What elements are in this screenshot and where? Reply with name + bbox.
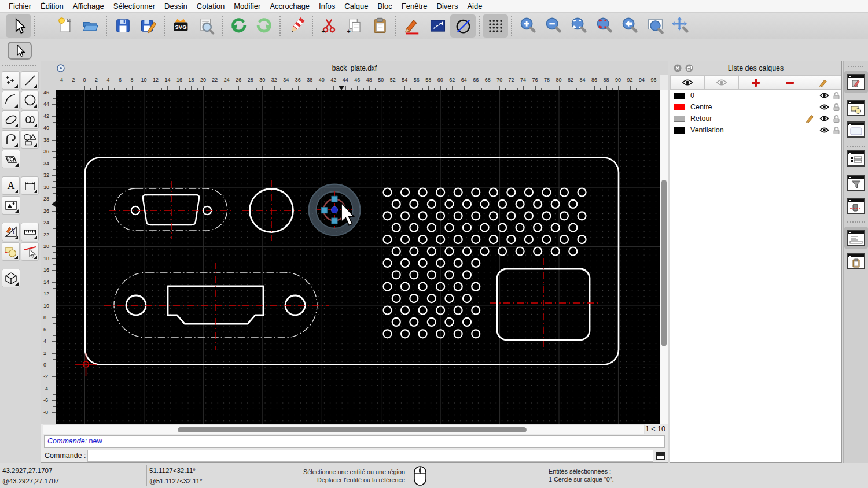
dock-library-button[interactable]	[847, 74, 865, 90]
modify-tool[interactable]	[2, 242, 20, 261]
polygon-tool[interactable]	[21, 130, 39, 149]
print-preview-button[interactable]	[193, 14, 219, 38]
text-tool[interactable]: A	[2, 176, 20, 195]
menu-sélectionner[interactable]: Sélectionner	[109, 2, 160, 10]
dock-grip[interactable]	[848, 66, 863, 67]
image-tool[interactable]	[2, 196, 20, 215]
lock-icon[interactable]	[833, 91, 840, 100]
open-file-button[interactable]	[78, 14, 103, 38]
layer-row-retour[interactable]: Retour	[670, 113, 841, 124]
zoom-selected-button[interactable]	[591, 14, 617, 38]
delete-button[interactable]	[284, 14, 309, 38]
dock-clipboard-button[interactable]	[847, 253, 865, 269]
layer-panel-title: Liste des calques	[728, 64, 784, 72]
menu-divers[interactable]: Divers	[432, 2, 463, 10]
vertical-scrollbar-thumb[interactable]	[661, 180, 667, 346]
hide-all-layers-button[interactable]	[705, 75, 739, 90]
zoom-auto-button[interactable]	[566, 14, 591, 38]
save-as-button[interactable]	[135, 14, 161, 38]
ruler-tool[interactable]	[21, 223, 39, 241]
polyline-tool[interactable]	[2, 130, 20, 149]
zoom-pan-button[interactable]	[668, 14, 693, 38]
v-ruler-marker	[52, 201, 56, 207]
zoom-in-button[interactable]	[515, 14, 540, 38]
redo-button[interactable]	[251, 14, 277, 38]
order-button[interactable]	[425, 14, 450, 38]
spline-tool[interactable]	[21, 110, 39, 129]
lock-icon[interactable]	[833, 126, 840, 135]
eye-icon[interactable]	[819, 127, 829, 134]
undo-button[interactable]	[226, 14, 251, 38]
svg-export-button[interactable]: SVG	[168, 14, 193, 38]
clipboard-window-icon	[847, 253, 865, 269]
save-button[interactable]	[110, 14, 135, 38]
remove-layer-button[interactable]	[773, 75, 807, 90]
lock-icon[interactable]	[833, 114, 840, 123]
menu-calque[interactable]: Calque	[340, 2, 373, 10]
ellipse-tool[interactable]	[2, 110, 20, 129]
menu-accrochage[interactable]: Accrochage	[265, 2, 314, 10]
line-tool[interactable]	[21, 71, 39, 90]
layer-row-centre[interactable]: Centre	[670, 101, 841, 113]
circle-tool[interactable]	[21, 91, 39, 109]
eye-icon[interactable]	[819, 115, 829, 122]
lock-icon[interactable]	[833, 103, 840, 112]
palette-grip[interactable]	[2, 65, 36, 66]
dock-filter-button[interactable]	[847, 175, 865, 191]
ventilation-holes[interactable]	[384, 188, 586, 338]
hatch-tool[interactable]	[2, 150, 20, 168]
dock-layer-list-button[interactable]	[847, 150, 865, 167]
dock-pen-wall-button[interactable]	[847, 198, 865, 214]
show-all-layers-button[interactable]	[670, 75, 705, 90]
menu-infos[interactable]: Infos	[314, 2, 340, 10]
layer-row-ventilation[interactable]: Ventilation	[670, 124, 841, 136]
cut-button[interactable]: +	[316, 14, 341, 38]
select-tool-button[interactable]	[6, 14, 31, 38]
menu-fichier[interactable]: Fichier	[4, 2, 36, 10]
dock-command-button[interactable]	[847, 230, 865, 246]
menu-modifier[interactable]: Modifier	[229, 2, 265, 10]
layer-color-swatch	[674, 93, 685, 99]
select-entity-tool[interactable]	[21, 242, 39, 261]
zoom-out-button[interactable]	[540, 14, 566, 38]
menu-aide[interactable]: Aide	[462, 2, 487, 10]
edit-layer-button[interactable]	[807, 75, 841, 90]
close-icon[interactable]	[674, 64, 682, 72]
h-ruler-number: 28	[248, 77, 253, 83]
arc-tool[interactable]	[2, 91, 20, 109]
zoom-window-button[interactable]	[642, 14, 668, 38]
h-ruler-number: 36	[295, 77, 301, 83]
dock-preview-button[interactable]	[847, 121, 865, 138]
menu-affichage[interactable]: Affichage	[68, 2, 109, 10]
menu-édition[interactable]: Édition	[36, 2, 68, 10]
drawing-canvas[interactable]	[56, 90, 660, 424]
cube-3d-tool[interactable]	[2, 269, 20, 287]
pointer-tool-button[interactable]	[8, 42, 32, 60]
grid-toggle-button[interactable]	[483, 14, 508, 38]
command-input[interactable]	[87, 450, 653, 462]
new-file-button[interactable]	[52, 14, 78, 38]
horizontal-scrollbar[interactable]	[43, 424, 645, 434]
dimension-tool[interactable]	[21, 176, 39, 195]
dock-blocks-button[interactable]	[847, 100, 865, 116]
eye-icon[interactable]	[819, 92, 829, 99]
float-icon[interactable]	[685, 64, 693, 72]
copy-button[interactable]: +	[341, 14, 367, 38]
keyboard-icon[interactable]	[656, 451, 665, 460]
attributes-button[interactable]	[399, 14, 425, 38]
layer-row-0[interactable]: 0	[670, 90, 841, 101]
zoom-previous-button[interactable]	[617, 14, 642, 38]
eye-icon[interactable]	[819, 103, 829, 110]
paste-button[interactable]	[367, 14, 392, 38]
add-layer-button[interactable]	[739, 75, 773, 90]
points-tool[interactable]	[2, 71, 20, 90]
menu-bloc[interactable]: Bloc	[373, 2, 396, 10]
vertical-scrollbar[interactable]	[660, 90, 668, 424]
menu-dessin[interactable]: Dessin	[160, 2, 192, 10]
horizontal-scrollbar-thumb[interactable]	[178, 427, 527, 432]
menu-fenêtre[interactable]: Fenêtre	[397, 2, 432, 10]
entity-info-button[interactable]	[450, 14, 476, 38]
measure-tool[interactable]	[2, 223, 20, 241]
menu-cotation[interactable]: Cotation	[192, 2, 229, 10]
toolbar-separator	[479, 16, 480, 36]
